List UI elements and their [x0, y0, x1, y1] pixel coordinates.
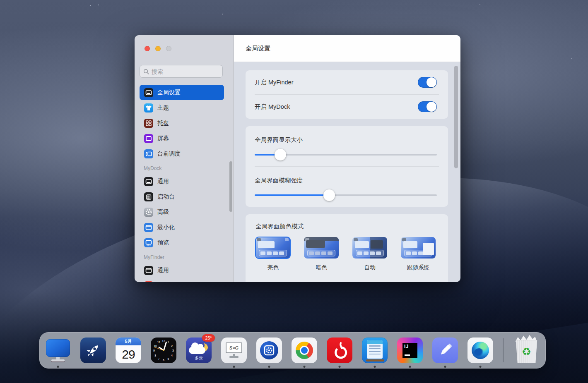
- dock-item-intellij[interactable]: IJ: [396, 337, 424, 364]
- notepad-page: [367, 340, 383, 359]
- sidebar-item-preview[interactable]: 预览: [140, 235, 224, 250]
- running-indicator: [374, 366, 376, 368]
- running-indicator: [409, 366, 411, 368]
- slider-thumb[interactable]: [275, 149, 286, 160]
- page-title: 全局设置: [246, 45, 270, 53]
- myfinder-toggle[interactable]: [418, 77, 437, 88]
- sidebar-item-label: 台前调度: [157, 150, 181, 158]
- dark-mode-thumbnail: [304, 237, 339, 259]
- weather-icon: 多云 25°: [186, 338, 212, 363]
- gear-circle: [260, 341, 278, 359]
- dock-item-notepad[interactable]: [361, 337, 388, 364]
- close-button[interactable]: [145, 46, 150, 51]
- minimize-button[interactable]: [155, 46, 161, 51]
- slider-label: 全局界面模糊强度: [255, 177, 437, 184]
- auto-mode-thumbnail: [352, 237, 387, 259]
- calendar-icon: 5月 29: [116, 338, 141, 363]
- maximize-button[interactable]: [166, 46, 171, 51]
- toggle-label: 开启 MyFinder: [255, 79, 293, 86]
- color-mode-label: 全局界面颜色模式: [255, 223, 439, 230]
- calendar-month: 5月: [116, 338, 141, 345]
- sidebar-item-screen[interactable]: 屏幕: [140, 131, 224, 146]
- screencap-icon: S>G: [221, 338, 247, 363]
- star: [90, 5, 91, 6]
- cloud-icon: [189, 347, 205, 354]
- sidebar-item-advanced[interactable]: 高级: [140, 204, 224, 220]
- search-box[interactable]: [140, 65, 223, 78]
- slider-thumb[interactable]: [323, 189, 335, 201]
- monitor-base: [51, 359, 65, 361]
- sidebar-item-notifications[interactable]: 通知: [140, 278, 224, 282]
- sidebar-scrollbar[interactable]: [229, 161, 232, 212]
- sidebar-item-label: 通用: [157, 267, 169, 274]
- search-icon: [143, 69, 149, 74]
- running-indicator: [480, 366, 482, 368]
- calendar-day: 29: [116, 345, 141, 363]
- intellij-underscore: [405, 354, 410, 356]
- sidebar-item-launchpad-settings[interactable]: 启动台: [140, 189, 224, 204]
- window-minimize-icon: [144, 223, 153, 232]
- clock-icon: 121234567891011: [151, 338, 176, 363]
- sidebar-nav: 全局设置 主题 托盘: [135, 84, 234, 282]
- dock-item-clock[interactable]: 121234567891011: [150, 337, 177, 364]
- settings-content: 开启 MyFinder 开启 MyDock 全局界面显示大小: [234, 62, 460, 282]
- dock-item-weather[interactable]: 多云 25°: [185, 337, 212, 364]
- settings-window: 全局设置 主题 托盘: [135, 35, 460, 282]
- trash-bin: ♻: [515, 340, 538, 363]
- search-input[interactable]: [152, 68, 219, 75]
- sidebar-item-label: 最小化: [157, 224, 175, 231]
- intellij-text: IJ: [404, 344, 409, 349]
- color-mode-follow-system[interactable]: 跟随系统: [401, 237, 436, 271]
- sidebar-section-mydock: MyDock: [140, 163, 234, 174]
- global-settings-icon: [144, 88, 153, 97]
- dock-divider: [503, 338, 504, 362]
- notepad-icon: [362, 338, 388, 363]
- sidebar-item-theme[interactable]: 主题: [140, 100, 224, 115]
- dock-item-netease-music[interactable]: [326, 337, 353, 364]
- running-indicator: [304, 366, 306, 368]
- edge-logo: [472, 342, 489, 359]
- main-scrollbar[interactable]: [454, 66, 458, 168]
- slider-row-ui-scale: 全局界面显示大小: [246, 126, 448, 166]
- dock-item-notes[interactable]: [431, 337, 459, 364]
- window-preview-icon: [144, 238, 153, 247]
- sidebar-item-tray[interactable]: 托盘: [140, 115, 224, 131]
- dock-item-recycle-bin[interactable]: ♻: [512, 337, 541, 364]
- mydock-toggle[interactable]: [418, 101, 437, 112]
- sidebar-item-stage-manager[interactable]: 台前调度: [140, 146, 224, 161]
- rocket-icon: [80, 338, 106, 363]
- blur-strength-slider[interactable]: [255, 194, 437, 196]
- toggle-knob: [427, 102, 436, 112]
- sidebar-section-myfinder: MyFinder: [140, 252, 234, 263]
- dock-item-chrome[interactable]: [291, 337, 318, 364]
- color-mode-dark[interactable]: 暗色: [304, 237, 339, 271]
- sidebar-item-label: 预览: [157, 239, 169, 247]
- weather-temp-badge: 25°: [202, 334, 215, 342]
- color-mode-option-label: 跟随系统: [407, 264, 429, 271]
- intellij-icon: IJ: [397, 338, 423, 363]
- sidebar-item-mydock-general[interactable]: 通用: [140, 174, 224, 189]
- edge-icon: [468, 338, 493, 363]
- sidebar-item-minimize-settings[interactable]: 最小化: [140, 220, 224, 235]
- dock-item-screencap-tool[interactable]: S>G: [220, 337, 248, 364]
- color-mode-card: 全局界面颜色模式 亮色: [246, 214, 448, 282]
- ui-scale-slider[interactable]: [255, 154, 437, 156]
- dock-item-edge[interactable]: [467, 337, 494, 364]
- gear-tool-icon: [256, 338, 282, 363]
- tray-grid-icon: [144, 119, 153, 128]
- dock-item-driver-tool[interactable]: [255, 337, 283, 364]
- stage-manager-icon: [144, 149, 153, 158]
- color-mode-light[interactable]: 亮色: [255, 237, 290, 271]
- dock-item-my-computer[interactable]: [44, 337, 72, 364]
- desktop: 全局设置 主题 托盘: [0, 0, 588, 383]
- toggle-row-myfinder: 开启 MyFinder: [246, 70, 448, 94]
- dock-item-calendar[interactable]: 5月 29: [115, 337, 142, 364]
- sidebar-item-label: 通知: [157, 282, 169, 282]
- dock-item-launchpad[interactable]: [80, 337, 107, 364]
- sidebar: 全局设置 主题 托盘: [135, 35, 234, 282]
- sidebar-item-global-settings[interactable]: 全局设置: [140, 85, 224, 100]
- main-header: 全局设置: [234, 35, 460, 62]
- sidebar-item-myfinder-general[interactable]: 通用: [140, 263, 224, 278]
- color-mode-auto[interactable]: 自动: [352, 237, 387, 271]
- settings-main-pane: 全局设置 开启 MyFinder 开启 MyDock: [234, 35, 460, 282]
